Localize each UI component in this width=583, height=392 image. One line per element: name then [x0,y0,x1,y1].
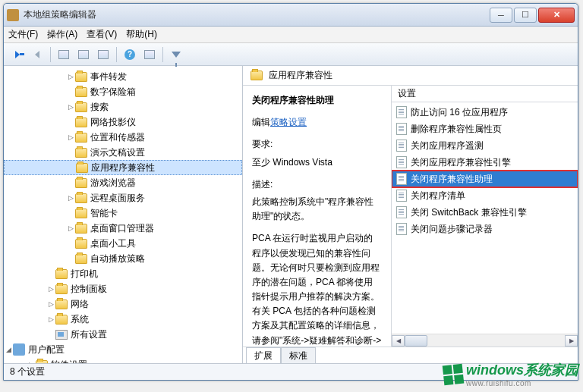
help-button[interactable]: ? [121,45,139,64]
tree-item[interactable]: ▷软件设置 [4,357,242,363]
policy-icon [396,173,407,185]
right-body: 关闭程序兼容性助理 编辑策略设置 要求: 至少 Windows Vista 描述… [243,86,578,347]
tree-item-label: 自动播放策略 [90,252,145,265]
expander-icon[interactable]: ▷ [66,224,75,232]
setting-item-label: 关闭应用程序遥测 [411,140,484,152]
watermark: windows系统家园 www.ruishifu.com [443,361,578,387]
folder-icon [75,87,87,97]
panel-icon [58,50,69,59]
expander-icon[interactable]: ▷ [66,103,75,111]
tree-item-label: 网络投影仪 [90,116,136,129]
setting-item[interactable]: 关闭程序清单 [392,187,578,204]
tool-button-4[interactable] [140,45,159,64]
setting-item-label: 关闭程序清单 [411,190,465,202]
desc-label: 描述: [252,179,273,190]
toolbar-separator [116,47,117,62]
back-button[interactable] [8,45,27,64]
menu-file[interactable]: 文件(F) [8,28,38,41]
policy-link[interactable]: 策略设置 [270,117,307,127]
folder-icon [55,299,68,309]
desc-text-1: 此策略控制系统中"程序兼容性助理"的状态。 [252,196,373,221]
expander-icon[interactable]: ▷ [66,133,75,141]
setting-item[interactable]: 关闭 SwitchBack 兼容性引擎 [392,204,578,221]
titlebar[interactable]: 本地组策略编辑器 ─ ☐ ✕ [4,4,578,27]
tree-item[interactable]: 打印机 [4,266,242,281]
tree-pane[interactable]: ▷事件转发数字保险箱▷搜索网络投影仪▷位置和传感器演示文稿设置应用程序兼容性游戏… [4,66,243,363]
app-icon [7,9,19,21]
folder-icon [251,71,263,80]
ctrl-icon [55,330,68,340]
tree-item[interactable]: ▷远程桌面服务 [4,190,242,205]
settings-list[interactable]: 防止访问 16 位应用程序删除程序兼容性属性页关闭应用程序遥测关闭应用程序兼容性… [392,102,578,334]
tree-item[interactable]: 所有设置 [4,327,242,342]
tree-item[interactable]: 应用程序兼容性 [4,160,242,175]
tree-item[interactable]: ◢用户配置 [4,342,242,357]
tree-item[interactable]: ▷系统 [4,312,242,327]
policy-icon [396,123,407,135]
policy-icon [396,190,407,202]
minimize-button[interactable]: ─ [490,8,512,23]
tab-standard[interactable]: 标准 [281,347,316,363]
tree-item[interactable]: 演示文稿设置 [4,145,242,160]
scroll-right-button[interactable]: ▶ [565,335,578,347]
tree-item[interactable]: ▷桌面窗口管理器 [4,221,242,236]
settings-column: 设置 防止访问 16 位应用程序删除程序兼容性属性页关闭应用程序遥测关闭应用程序… [391,86,578,347]
expander-icon[interactable]: ▷ [66,194,75,202]
filter-button[interactable] [167,45,185,64]
scroll-track[interactable] [405,335,565,347]
tree-item[interactable]: ▷事件转发 [4,69,242,84]
maximize-button[interactable]: ☐ [514,8,537,23]
setting-item[interactable]: 防止访问 16 位应用程序 [392,104,578,121]
h-scrollbar[interactable]: ◀ ▶ [392,334,578,347]
tree-item[interactable]: 桌面小工具 [4,236,242,251]
tree-item-label: 打印机 [71,268,98,281]
folder-icon [55,269,68,279]
settings-header[interactable]: 设置 [392,86,578,102]
forward-button[interactable] [28,45,46,64]
window-title: 本地组策略编辑器 [24,8,490,21]
folder-icon [75,193,87,203]
expander-icon[interactable]: ▷ [46,300,55,308]
setting-item-label: 防止访问 16 位应用程序 [411,106,508,119]
tree-item[interactable]: ▷控制面板 [4,281,242,296]
back-icon [15,51,20,58]
setting-item[interactable]: 关闭问题步骤记录器 [392,221,578,237]
tool-button-3[interactable] [94,45,112,64]
setting-item[interactable]: 关闭应用程序遥测 [392,137,578,154]
tree-item[interactable]: 自动播放策略 [4,251,242,266]
tree-item[interactable]: ▷网络 [4,296,242,312]
tree-item[interactable]: 游戏浏览器 [4,175,242,190]
folder-icon [75,254,87,264]
tab-extended[interactable]: 扩展 [246,347,281,363]
menu-view[interactable]: 查看(V) [87,28,117,41]
desc-text-2: PCA 在运行时监视用户启动的程序以便发现已知的兼容性问题。无论何时只要检测到应… [252,233,381,347]
setting-item[interactable]: 删除程序兼容性属性页 [392,121,578,137]
tree-item[interactable]: 网络投影仪 [4,114,242,130]
tree-item-label: 搜索 [90,101,109,114]
menu-help[interactable]: 帮助(H) [126,28,157,41]
tool-button-2[interactable] [74,45,93,64]
folder-icon [75,102,87,112]
right-header: 应用程序兼容性 [243,66,578,86]
setting-item[interactable]: 关闭应用程序兼容性引擎 [392,154,578,171]
scroll-left-button[interactable]: ◀ [392,335,405,347]
tree-item[interactable]: ▷搜索 [4,99,242,114]
tree-item[interactable]: 数字保险箱 [4,84,242,99]
expander-icon[interactable]: ▷ [46,315,55,323]
menu-action[interactable]: 操作(A) [47,28,77,41]
folder-icon [76,163,88,173]
detail-title: 关闭程序兼容性助理 [252,95,334,105]
tree-item[interactable]: 智能卡 [4,205,242,221]
expander-icon[interactable]: ▷ [66,73,75,80]
scroll-thumb[interactable] [405,335,427,347]
tool-button-1[interactable] [55,45,73,64]
setting-item[interactable]: 关闭程序兼容性助理 [392,171,578,187]
expander-icon[interactable]: ▷ [46,285,55,293]
detail-column: 关闭程序兼容性助理 编辑策略设置 要求: 至少 Windows Vista 描述… [243,86,391,347]
tree-item[interactable]: ▷位置和传感器 [4,130,242,145]
tree-item-label: 位置和传感器 [90,131,145,144]
close-button[interactable]: ✕ [538,8,575,23]
expander-icon[interactable]: ◢ [4,346,13,353]
tree-item-label: 所有设置 [71,328,107,341]
tree-item-label: 控制面板 [71,283,107,296]
